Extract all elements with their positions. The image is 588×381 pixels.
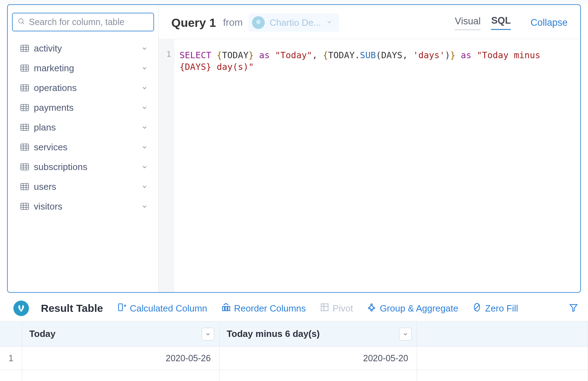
column-menu-button[interactable] <box>202 328 214 340</box>
reorder-columns-icon <box>221 303 231 314</box>
chevron-down-icon <box>141 65 153 71</box>
fn-sub: SUB <box>360 50 376 60</box>
table-icon <box>20 104 29 111</box>
result-title: Result Table <box>41 302 103 314</box>
svg-rect-22 <box>21 124 29 131</box>
column-header-empty <box>417 321 588 347</box>
var-days: DAYS <box>185 62 206 72</box>
table-icon <box>20 124 29 131</box>
paren: ( <box>376 50 381 60</box>
table-icon <box>20 163 29 170</box>
brace-in-string: { <box>179 62 185 72</box>
sql-editor[interactable]: 1 SELECT {TODAY} as "Today", {TODAY.SUB(… <box>159 39 580 292</box>
pivot-icon <box>320 303 329 314</box>
table-label: subscriptions <box>34 162 136 173</box>
svg-point-59 <box>371 309 372 311</box>
column-header-today[interactable]: Today <box>22 321 219 347</box>
table-row <box>0 370 588 381</box>
svg-rect-17 <box>21 104 29 111</box>
zero-fill-button[interactable]: Zero Fill <box>472 303 518 314</box>
chevron-down-icon <box>141 104 153 111</box>
svg-line-65 <box>474 304 479 310</box>
table-row: 1 2020-05-26 2020-05-20 <box>0 347 588 370</box>
collapse-button[interactable]: Collapse <box>531 17 568 28</box>
cell-today-minus: 2020-05-20 <box>219 347 417 370</box>
chevron-down-icon <box>141 124 153 131</box>
line-number: 1 <box>159 50 171 59</box>
query-header: Query 1 from Chartio De... Visual SQL Co… <box>159 5 580 39</box>
table-label: activity <box>34 43 136 54</box>
svg-rect-32 <box>21 164 29 170</box>
reorder-columns-button[interactable]: Reorder Columns <box>221 303 306 314</box>
svg-point-57 <box>369 307 370 309</box>
sql-code[interactable]: SELECT {TODAY} as "Today", {TODAY.SUB(DA… <box>174 39 580 292</box>
search-input[interactable] <box>29 17 148 27</box>
table-label: visitors <box>34 201 136 212</box>
tab-visual[interactable]: Visual <box>455 16 480 30</box>
row-number <box>0 370 22 381</box>
table-item-services[interactable]: services <box>20 137 153 157</box>
paren: ) <box>445 50 450 60</box>
table-item-subscriptions[interactable]: subscriptions <box>20 157 153 177</box>
result-panel: Result Table Calculated Column Reorder C… <box>0 296 588 381</box>
table-label: operations <box>34 83 136 93</box>
table-label: payments <box>34 102 136 113</box>
svg-rect-52 <box>228 306 229 310</box>
calculated-column-button[interactable]: Calculated Column <box>117 303 207 314</box>
tool-label: Group & Aggregate <box>380 303 458 314</box>
svg-rect-47 <box>118 304 122 311</box>
column-menu-button[interactable] <box>399 328 412 340</box>
svg-line-62 <box>369 309 372 309</box>
tab-sql[interactable]: SQL <box>491 15 511 30</box>
datasource-selector[interactable]: Chartio De... <box>249 13 339 32</box>
table-item-marketing[interactable]: marketing <box>20 58 153 78</box>
table-icon <box>20 45 29 52</box>
svg-rect-53 <box>321 304 328 311</box>
brace: } <box>249 50 254 60</box>
table-label: marketing <box>34 63 136 74</box>
table-item-operations[interactable]: operations <box>20 78 153 98</box>
table-label: services <box>34 142 136 153</box>
table-label: users <box>34 181 136 192</box>
schema-search[interactable] <box>12 13 154 31</box>
string-literal: "Today" <box>275 50 312 60</box>
svg-point-58 <box>373 307 375 309</box>
chevron-down-icon <box>141 203 153 210</box>
table-item-plans[interactable]: plans <box>20 117 153 137</box>
tool-label: Reorder Columns <box>234 303 306 314</box>
table-icon <box>20 203 29 210</box>
cell-empty <box>219 370 417 381</box>
table-item-users[interactable]: users <box>20 177 153 196</box>
kw-as: as <box>455 50 477 60</box>
schema-tree: activity marketing operations payments <box>11 38 155 216</box>
group-aggregate-button[interactable]: Group & Aggregate <box>367 303 458 314</box>
table-icon <box>20 183 29 190</box>
table-icon <box>20 144 29 151</box>
brace: { <box>217 50 222 60</box>
svg-point-0 <box>19 18 23 23</box>
datasource-name: Chartio De... <box>270 17 321 28</box>
column-header-today-minus[interactable]: Today minus 6 day(s) <box>219 321 417 347</box>
svg-line-63 <box>372 309 374 309</box>
query-panel: activity marketing operations payments <box>7 4 581 293</box>
table-item-visitors[interactable]: visitors <box>20 196 153 216</box>
column-label: Today <box>29 328 56 339</box>
table-item-activity[interactable]: activity <box>20 38 153 58</box>
svg-rect-42 <box>21 203 29 210</box>
svg-rect-12 <box>21 85 29 91</box>
search-icon <box>18 18 25 27</box>
query-main: Query 1 from Chartio De... Visual SQL Co… <box>159 5 580 292</box>
postgres-icon <box>13 301 29 316</box>
filter-icon[interactable] <box>569 302 578 314</box>
brace-in-string: } <box>206 62 212 72</box>
row-number: 1 <box>0 347 22 370</box>
chevron-down-icon <box>141 45 153 52</box>
table-item-payments[interactable]: payments <box>20 98 153 117</box>
result-table: Today Today minus 6 day(s) 1 2020-05-26 … <box>0 321 588 381</box>
string-literal: day(s)" <box>212 62 254 72</box>
table-icon <box>20 84 29 91</box>
svg-line-60 <box>369 305 372 307</box>
svg-point-56 <box>371 304 372 305</box>
column-label: Today minus 6 day(s) <box>227 328 320 339</box>
svg-rect-7 <box>21 65 29 71</box>
